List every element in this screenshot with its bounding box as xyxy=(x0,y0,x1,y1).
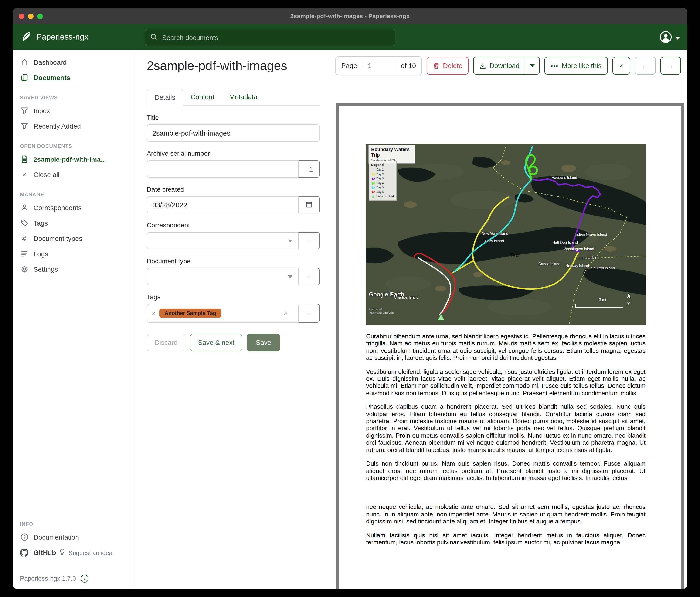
sidebar-item-logs[interactable]: Logs xyxy=(12,246,134,261)
legend-label: Day 4 xyxy=(376,181,383,186)
asn-input[interactable] xyxy=(147,160,299,177)
page-number-input[interactable] xyxy=(363,62,395,69)
map-label: Squirrel Island xyxy=(591,266,615,270)
sidebar-item-suggest-idea[interactable]: Suggest an idea xyxy=(59,549,112,557)
close-icon: × xyxy=(20,171,28,178)
sidebar-item-documents[interactable]: Documents xyxy=(12,70,134,85)
sidebar-item-recently-added[interactable]: Recently Added xyxy=(12,118,134,134)
calendar-button[interactable] xyxy=(299,196,320,213)
arrow-right-icon: → xyxy=(667,62,674,69)
legend-title: Legend xyxy=(371,163,395,167)
github-icon xyxy=(20,549,28,557)
tab-content[interactable]: Content xyxy=(183,89,222,105)
close-document-button[interactable]: × xyxy=(612,57,630,75)
document-type-select[interactable] xyxy=(147,268,299,285)
sidebar-item-label: Dashboard xyxy=(33,58,67,66)
sidebar-item-settings[interactable]: Settings xyxy=(12,261,134,277)
more-like-this-label: More like this xyxy=(562,62,601,69)
legend-swatch xyxy=(372,183,374,185)
save-and-next-button[interactable]: Save & next xyxy=(190,334,242,351)
sidebar-item-label: Tags xyxy=(33,219,48,227)
window-title: 2sample-pdf-with-images - Paperless-ngx xyxy=(12,13,688,20)
map-label: Washington Island xyxy=(564,247,594,251)
discard-button[interactable]: Discard xyxy=(147,334,185,351)
info-icon[interactable]: i xyxy=(80,575,89,582)
previous-document-button[interactable]: ← xyxy=(635,57,655,75)
sidebar-item-inbox[interactable]: Inbox xyxy=(12,103,134,118)
document-type-label: Document type xyxy=(147,257,320,265)
legend-label: Day 1 xyxy=(376,168,383,172)
document-body-text: Curabitur bibendum ante urna, sed blandi… xyxy=(366,333,646,546)
stage: 2sample-pdf-with-images - Paperless-ngx … xyxy=(0,0,700,597)
map-label: Gary Island xyxy=(485,239,504,243)
sidebar-item-label: Logs xyxy=(33,250,48,258)
date-created-label: Date created xyxy=(147,186,320,193)
chevron-down-icon xyxy=(530,64,535,67)
chevron-down-icon xyxy=(288,239,293,242)
more-dots-icon: ••• xyxy=(551,62,558,69)
sidebar-item-close-all[interactable]: × Close all xyxy=(12,167,134,182)
document-title: 2sample-pdf-with-images xyxy=(147,58,287,73)
asn-increment-button[interactable]: +1 xyxy=(299,160,320,177)
search-bar[interactable] xyxy=(145,29,395,46)
map-image: Boundary Waters Trip Six days in BWCA Le… xyxy=(366,144,646,325)
gear-icon xyxy=(20,265,28,273)
app-logo[interactable]: Paperless-ngx xyxy=(21,30,89,44)
download-button[interactable]: Download xyxy=(474,57,525,74)
sidebar-item-label: Suggest an idea xyxy=(69,549,112,556)
tags-select[interactable]: × Another Sample Tag × xyxy=(147,304,299,323)
leaf-icon xyxy=(21,30,32,44)
app-name: Paperless-ngx xyxy=(36,32,89,42)
add-tag-button[interactable]: + xyxy=(299,304,320,323)
legend-label: Day 6 xyxy=(376,190,383,194)
sidebar-item-dashboard[interactable]: Dashboard xyxy=(12,54,134,70)
legend-swatch xyxy=(372,174,374,176)
map-label: Canoe Island xyxy=(539,262,560,266)
page-count-label: of 10 xyxy=(395,57,422,75)
map-label: Indian Grave Island xyxy=(575,233,607,237)
legend-swatch xyxy=(372,170,374,171)
date-created-input[interactable] xyxy=(147,196,299,213)
legend-label: Day 3 xyxy=(376,176,383,181)
search-icon xyxy=(150,33,157,42)
sidebar-item-label: Documents xyxy=(33,74,70,81)
sidebar-item-tags[interactable]: Tags xyxy=(12,215,134,231)
sidebar-item-label: Settings xyxy=(33,265,58,273)
sidebar-item-document-types[interactable]: # Document types xyxy=(12,231,134,246)
sidebar-item-label: Documentation xyxy=(33,533,79,541)
delete-button[interactable]: Delete xyxy=(427,57,469,75)
search-input[interactable] xyxy=(161,33,390,42)
tab-metadata[interactable]: Metadata xyxy=(222,89,265,105)
sidebar-item-correspondents[interactable]: Correspondents xyxy=(12,200,134,215)
title-input[interactable] xyxy=(147,124,320,142)
tab-details[interactable]: Details xyxy=(147,89,183,106)
save-button[interactable]: Save xyxy=(247,334,280,351)
svg-text:N: N xyxy=(626,301,630,306)
correspondent-select[interactable] xyxy=(147,232,299,249)
sidebar-item-github[interactable]: GitHub xyxy=(12,545,59,560)
tag-chip[interactable]: Another Sample Tag xyxy=(159,309,221,318)
clear-tags-icon[interactable]: × xyxy=(283,309,288,317)
next-document-button[interactable]: → xyxy=(660,57,681,75)
download-options-button[interactable] xyxy=(525,57,540,74)
legend-label: Day 5 xyxy=(376,186,383,190)
open-documents-heading: OPEN DOCUMENTS xyxy=(20,143,127,149)
sidebar-item-open-document[interactable]: 2sample-pdf-with-ima... xyxy=(12,151,134,167)
legend-entry-point-swatch xyxy=(372,195,374,198)
titlebar: 2sample-pdf-with-images - Paperless-ngx xyxy=(12,8,688,24)
page-navigator: Page of 10 xyxy=(335,56,422,75)
manage-heading: MANAGE xyxy=(20,192,127,197)
add-correspondent-button[interactable]: + xyxy=(299,232,320,249)
compass-icon: N xyxy=(625,292,632,309)
page-label: Page xyxy=(336,57,363,75)
sidebar-item-documentation[interactable]: ? Documentation xyxy=(12,529,134,545)
map-label: Hausons Island xyxy=(551,176,577,180)
sidebar-item-label: 2sample-pdf-with-ima... xyxy=(33,156,106,163)
more-like-this-button[interactable]: ••• More like this xyxy=(545,57,607,75)
user-menu[interactable] xyxy=(659,31,680,45)
pdf-preview-pane[interactable]: Boundary Waters Trip Six days in BWCA Le… xyxy=(336,103,684,589)
add-document-type-button[interactable]: + xyxy=(299,268,320,285)
legend-label: Entry Point 24 xyxy=(376,194,394,199)
remove-tag-icon[interactable]: × xyxy=(152,309,155,317)
paragraph: Phasellus dapibus quam a hendrerit place… xyxy=(366,403,646,454)
